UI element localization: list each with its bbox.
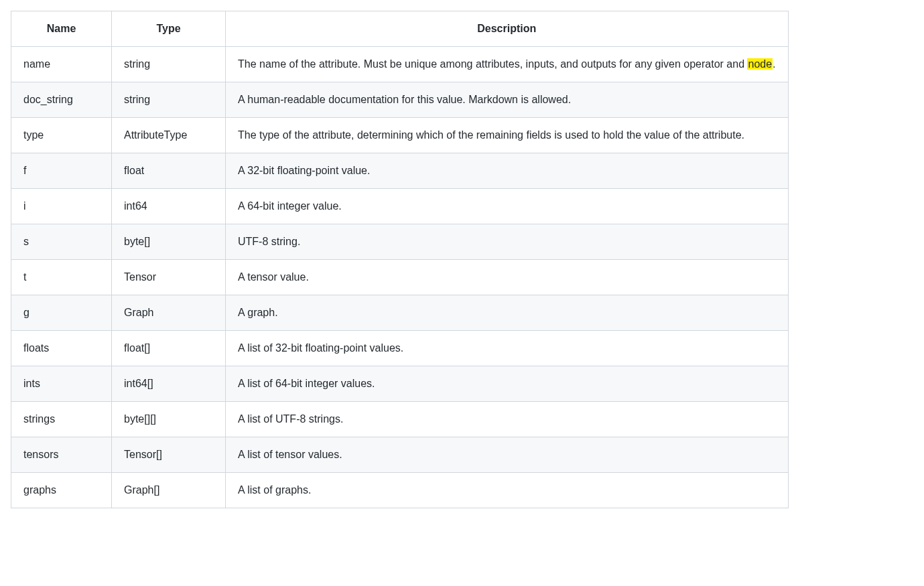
table-row: f float A 32-bit floating-point value.	[11, 153, 789, 189]
cell-name: floats	[11, 331, 112, 366]
table-header-row: Name Type Description	[11, 11, 789, 47]
cell-name: graphs	[11, 473, 112, 508]
table-row: t Tensor A tensor value.	[11, 260, 789, 295]
cell-description: A human-readable documentation for this …	[226, 82, 789, 118]
cell-description: A tensor value.	[226, 260, 789, 295]
table-row: g Graph A graph.	[11, 295, 789, 331]
cell-description: A graph.	[226, 295, 789, 331]
cell-description: A 32-bit floating-point value.	[226, 153, 789, 189]
table-row: name string The name of the attribute. M…	[11, 47, 789, 82]
cell-description: A 64-bit integer value.	[226, 189, 789, 224]
desc-text-after: .	[773, 58, 775, 70]
cell-name: ints	[11, 366, 112, 402]
table-row: floats float[] A list of 32-bit floating…	[11, 331, 789, 366]
table-row: tensors Tensor[] A list of tensor values…	[11, 437, 789, 473]
cell-description: A list of 32-bit floating-point values.	[226, 331, 789, 366]
cell-type: string	[112, 47, 226, 82]
cell-name: type	[11, 118, 112, 153]
table-body: name string The name of the attribute. M…	[11, 47, 789, 508]
cell-type: Graph	[112, 295, 226, 331]
cell-type: float	[112, 153, 226, 189]
table-row: s byte[] UTF-8 string.	[11, 224, 789, 260]
table-row: i int64 A 64-bit integer value.	[11, 189, 789, 224]
cell-name: i	[11, 189, 112, 224]
table-row: ints int64[] A list of 64-bit integer va…	[11, 366, 789, 402]
table-row: doc_string string A human-readable docum…	[11, 82, 789, 118]
cell-description: A list of graphs.	[226, 473, 789, 508]
header-name: Name	[11, 11, 112, 47]
attribute-table: Name Type Description name string The na…	[11, 11, 913, 508]
cell-type: Tensor	[112, 260, 226, 295]
cell-type: int64[]	[112, 366, 226, 402]
cell-name: t	[11, 260, 112, 295]
cell-description: A list of tensor values.	[226, 437, 789, 473]
cell-type: byte[][]	[112, 402, 226, 437]
cell-description: A list of 64-bit integer values.	[226, 366, 789, 402]
header-type: Type	[112, 11, 226, 47]
cell-description: The name of the attribute. Must be uniqu…	[226, 47, 789, 82]
cell-type: AttributeType	[112, 118, 226, 153]
cell-type: string	[112, 82, 226, 118]
cell-type: byte[]	[112, 224, 226, 260]
table-row: type AttributeType The type of the attri…	[11, 118, 789, 153]
highlighted-text: node	[747, 58, 773, 70]
table-row: strings byte[][] A list of UTF-8 strings…	[11, 402, 789, 437]
cell-name: name	[11, 47, 112, 82]
cell-description: The type of the attribute, determining w…	[226, 118, 789, 153]
cell-type: float[]	[112, 331, 226, 366]
cell-description: UTF-8 string.	[226, 224, 789, 260]
cell-type: Tensor[]	[112, 437, 226, 473]
cell-name: f	[11, 153, 112, 189]
cell-name: g	[11, 295, 112, 331]
cell-name: strings	[11, 402, 112, 437]
cell-name: tensors	[11, 437, 112, 473]
cell-name: doc_string	[11, 82, 112, 118]
header-description: Description	[226, 11, 789, 47]
cell-name: s	[11, 224, 112, 260]
cell-type: Graph[]	[112, 473, 226, 508]
cell-description: A list of UTF-8 strings.	[226, 402, 789, 437]
cell-type: int64	[112, 189, 226, 224]
table-row: graphs Graph[] A list of graphs.	[11, 473, 789, 508]
desc-text-before: The name of the attribute. Must be uniqu…	[238, 58, 747, 70]
